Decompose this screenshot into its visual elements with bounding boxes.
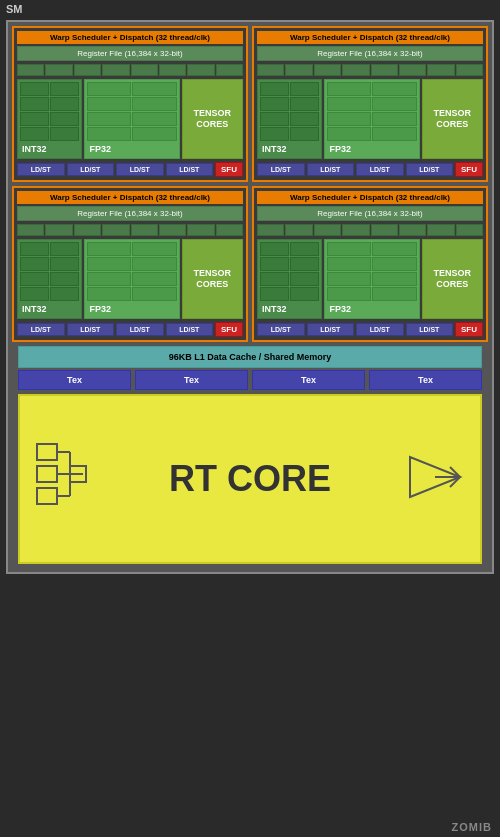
svg-rect-2 <box>37 488 57 504</box>
warp-header-4: Warp Scheduler + Dispatch (32 thread/clk… <box>257 191 483 204</box>
tensor-label-4: TENSORCORES <box>434 268 472 290</box>
compute-row-2: INT32 FP32 <box>257 79 483 159</box>
int32-cell <box>20 127 49 141</box>
reg-cell <box>45 224 72 236</box>
int32-cell <box>20 97 49 111</box>
fp32-cell <box>132 257 176 271</box>
reg-cell <box>314 224 341 236</box>
tensor-block-4: TENSORCORES <box>422 239 483 319</box>
fp32-block-2: FP32 <box>324 79 419 159</box>
fp32-cell <box>87 287 131 301</box>
register-file-2: Register File (16,384 x 32-bit) <box>257 46 483 61</box>
int32-cell <box>20 287 49 301</box>
reg-cell <box>159 64 186 76</box>
tensor-label-2: TENSORCORES <box>434 108 472 130</box>
bottom-row-4: LD/ST LD/ST LD/ST LD/ST SFU <box>257 322 483 337</box>
reg-cell <box>456 64 483 76</box>
int32-cell <box>50 112 79 126</box>
fp32-cell <box>372 272 416 286</box>
reg-cell <box>456 224 483 236</box>
watermark: ZOMIB <box>452 821 492 833</box>
compute-row-4: INT32 FP32 <box>257 239 483 319</box>
reg-cell <box>74 224 101 236</box>
reg-cell <box>399 64 426 76</box>
int32-cell <box>50 97 79 111</box>
fp32-cell <box>372 257 416 271</box>
bottom-row-1: LD/ST LD/ST LD/ST LD/ST SFU <box>17 162 243 177</box>
reg-cell <box>342 64 369 76</box>
fp32-cell <box>87 127 131 141</box>
reg-grid-4 <box>257 224 483 236</box>
reg-cell <box>187 224 214 236</box>
warp-header-3: Warp Scheduler + Dispatch (32 thread/clk… <box>17 191 243 204</box>
fp32-cell <box>87 272 131 286</box>
ldst-2: LD/ST <box>67 163 115 176</box>
reg-cell <box>427 64 454 76</box>
tex-1: Tex <box>18 370 131 390</box>
tex-2: Tex <box>135 370 248 390</box>
warp-header-2: Warp Scheduler + Dispatch (32 thread/clk… <box>257 31 483 44</box>
reg-cell <box>285 224 312 236</box>
reg-cell <box>45 64 72 76</box>
bottom-row-2: LD/ST LD/ST LD/ST LD/ST SFU <box>257 162 483 177</box>
ldst-11: LD/ST <box>116 323 164 336</box>
ldst-6: LD/ST <box>307 163 355 176</box>
int32-cell <box>260 272 289 286</box>
ldst-14: LD/ST <box>307 323 355 336</box>
quadrant-3: Warp Scheduler + Dispatch (32 thread/clk… <box>12 186 248 342</box>
fp32-label-1: FP32 <box>87 142 176 156</box>
fp32-cell <box>327 127 371 141</box>
int32-cell <box>20 242 49 256</box>
fp32-cell <box>327 112 371 126</box>
int32-cell <box>290 272 319 286</box>
fp32-cell <box>87 112 131 126</box>
ldst-8: LD/ST <box>406 163 454 176</box>
fp32-cell <box>132 242 176 256</box>
fp32-cell <box>327 97 371 111</box>
int32-block-3: INT32 <box>17 239 82 319</box>
reg-cell <box>342 224 369 236</box>
register-file-3: Register File (16,384 x 32-bit) <box>17 206 243 221</box>
fp32-cell <box>327 82 371 96</box>
fp32-cell <box>132 287 176 301</box>
tex-4: Tex <box>369 370 482 390</box>
int32-cell <box>290 112 319 126</box>
fp32-label-2: FP32 <box>327 142 416 156</box>
sfu-4: SFU <box>455 322 483 337</box>
fp32-cell <box>327 287 371 301</box>
int32-cell <box>20 257 49 271</box>
reg-grid-1 <box>17 64 243 76</box>
sm-container: Warp Scheduler + Dispatch (32 thread/clk… <box>6 20 494 574</box>
tensor-label-1: TENSORCORES <box>194 108 232 130</box>
int32-cell <box>50 287 79 301</box>
reg-cell <box>216 224 243 236</box>
fp32-cell <box>372 82 416 96</box>
reg-cell <box>216 64 243 76</box>
reg-cell <box>257 224 284 236</box>
reg-cell <box>131 224 158 236</box>
int32-cell <box>50 257 79 271</box>
quadrant-grid: Warp Scheduler + Dispatch (32 thread/clk… <box>12 26 488 342</box>
reg-grid-3 <box>17 224 243 236</box>
int32-block-2: INT32 <box>257 79 322 159</box>
fp32-cell <box>132 127 176 141</box>
fp32-cell <box>132 272 176 286</box>
int32-cell <box>50 127 79 141</box>
int32-cell <box>260 97 289 111</box>
svg-rect-0 <box>37 444 57 460</box>
ldst-3: LD/ST <box>116 163 164 176</box>
reg-cell <box>159 224 186 236</box>
tensor-block-1: TENSORCORES <box>182 79 243 159</box>
int32-cell <box>20 112 49 126</box>
reg-cell <box>427 224 454 236</box>
fp32-cell <box>372 112 416 126</box>
int32-cell <box>260 257 289 271</box>
fp32-label-3: FP32 <box>87 302 176 316</box>
quadrant-4: Warp Scheduler + Dispatch (32 thread/clk… <box>252 186 488 342</box>
ldst-9: LD/ST <box>17 323 65 336</box>
int32-cell <box>260 127 289 141</box>
int32-label-3: INT32 <box>20 302 79 316</box>
rt-core-label: RT CORE <box>169 458 331 500</box>
sm-label: SM <box>0 0 500 18</box>
int32-cell <box>50 82 79 96</box>
